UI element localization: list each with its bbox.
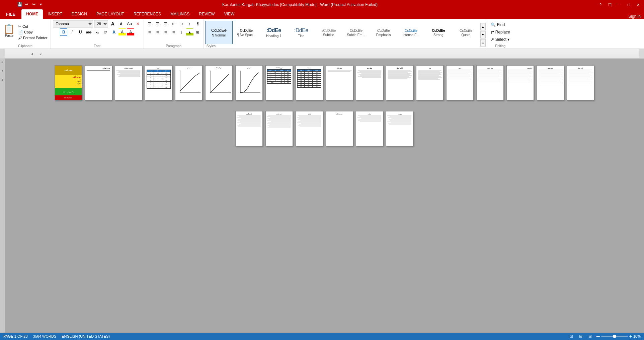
text-effects-button[interactable]: A xyxy=(110,28,117,36)
tab-insert[interactable]: INSERT xyxy=(43,9,67,19)
page-thumb-10[interactable]: فصل اول xyxy=(326,65,353,100)
page-thumb-19[interactable]: نتیجه‌گیری xyxy=(235,111,263,146)
page-thumb-18[interactable]: پایان فصل xyxy=(567,65,594,100)
font-color-button[interactable]: A xyxy=(127,28,134,36)
page-thumb-14[interactable]: ادامه xyxy=(446,65,474,100)
page-thumb-21[interactable]: خلاصه xyxy=(296,111,323,146)
tab-home[interactable]: HOME xyxy=(21,9,43,19)
page-thumb-22[interactable]: صفحه خالی xyxy=(326,111,353,146)
styles-scroll-down[interactable]: ▼ xyxy=(480,31,486,38)
numbering-button[interactable]: ☰ xyxy=(154,20,161,27)
sort-button[interactable]: ↕ xyxy=(186,20,193,27)
borders-button[interactable]: ⊞ xyxy=(194,28,202,36)
zoom-slider[interactable] xyxy=(601,336,628,337)
page-thumb-20[interactable]: ادامه نتیجه xyxy=(265,111,293,146)
style-normal[interactable]: CcDdEe ¶ Normal xyxy=(205,21,233,44)
align-center-button[interactable]: ≡ xyxy=(154,28,161,36)
document-scroll-area[interactable]: 2 4 6 تحقیق آنلاین مرجع دانلود پروژه ت xyxy=(0,59,644,340)
copy-button[interactable]: 📄 Copy xyxy=(17,29,49,35)
style-no-spacing[interactable]: CcDdEe ¶ No Spac... xyxy=(233,21,260,44)
align-left-button[interactable]: ≡ xyxy=(146,28,153,36)
select-button[interactable]: ↗ Select ▾ xyxy=(489,36,511,42)
show-marks-button[interactable]: ¶ xyxy=(194,20,202,27)
subscript-button[interactable]: x₂ xyxy=(93,28,101,36)
save-button[interactable]: 💾 xyxy=(17,1,23,7)
customize-qa-button[interactable]: ▾ xyxy=(38,1,44,7)
paste-button[interactable]: 📋 Paste xyxy=(2,24,16,40)
page-thumb-12[interactable]: ادامه فصل xyxy=(386,65,413,100)
justify-button[interactable]: ≡ xyxy=(170,28,177,36)
tab-file[interactable]: FILE xyxy=(0,9,21,19)
style-heading1[interactable]: :DdEe Heading 1 xyxy=(260,21,288,44)
restore-button[interactable]: ❐ xyxy=(607,2,613,7)
style-strong-name: Strong xyxy=(433,33,443,37)
print-layout-button[interactable]: ⊡ xyxy=(568,333,574,339)
change-case-button[interactable]: Aa xyxy=(126,20,133,27)
minimize-button[interactable]: ─ xyxy=(616,2,623,7)
page-thumb-11[interactable]: فصل دوم xyxy=(356,65,383,100)
shrink-font-button[interactable]: A xyxy=(117,20,125,27)
maximize-button[interactable]: □ xyxy=(625,2,632,7)
tab-design[interactable]: DESIGN xyxy=(67,9,92,19)
find-button[interactable]: 🔍 Find xyxy=(489,22,511,28)
tab-references[interactable]: REFERENCES xyxy=(129,9,166,19)
style-subtitle[interactable]: sCcDdEe Subtitle xyxy=(315,21,342,44)
shading-button[interactable]: ▲ xyxy=(186,28,193,36)
page-thumb-15[interactable]: متن ادامه xyxy=(476,65,504,100)
full-reading-button[interactable]: ⊟ xyxy=(578,333,584,339)
bullets-button[interactable]: ☰ xyxy=(146,20,153,27)
page-thumb-7[interactable]: نمودار xyxy=(235,65,263,100)
style-intense-em[interactable]: CcDdEe Intense E... xyxy=(397,21,425,44)
highlight-color-button[interactable]: A xyxy=(118,28,126,36)
page-thumb-16[interactable]: ادامه متن xyxy=(506,65,534,100)
strikethrough-button[interactable]: abc xyxy=(85,28,92,36)
underline-button[interactable]: U xyxy=(77,28,84,36)
line-spacing-button[interactable]: ↕ xyxy=(178,28,185,36)
page-thumb-23[interactable]: منابع xyxy=(356,111,383,146)
page-thumb-2[interactable]: بسمه تعالی xyxy=(85,65,112,100)
page-thumb-17[interactable]: فصل سوم xyxy=(537,65,564,100)
redo-button[interactable]: ↪ xyxy=(31,1,37,7)
align-right-button[interactable]: ≡ xyxy=(162,28,169,36)
zoom-in-button[interactable]: + xyxy=(629,334,632,339)
sign-in-link[interactable]: Sign in xyxy=(628,14,644,19)
page-thumb-6[interactable]: نمودار خط xyxy=(205,65,233,100)
page-thumb-24[interactable]: پیوست xyxy=(386,111,413,146)
tab-mailings[interactable]: MAILINGS xyxy=(166,9,194,19)
increase-indent-button[interactable]: ⇥ xyxy=(178,20,185,27)
cut-button[interactable]: ✂ Cut xyxy=(17,24,49,29)
italic-button[interactable]: I xyxy=(68,28,76,36)
styles-scroll-up[interactable]: ▲ xyxy=(480,23,486,30)
styles-expand[interactable]: ⊞ xyxy=(480,39,486,47)
replace-button[interactable]: ⇄ Replace xyxy=(489,29,511,35)
page-thumb-8[interactable]: جدول اطلاعات ردیفناممقداردرصد 1الف12015%… xyxy=(265,65,293,100)
style-quote[interactable]: CcDdEe Quote xyxy=(452,21,480,44)
format-painter-button[interactable]: 🖌 Format Painter xyxy=(17,35,49,40)
style-emphasis[interactable]: CcDdEe Emphasis xyxy=(370,21,397,44)
page-thumb-1[interactable]: تحقیق آنلاین مرجع دانلود پروژه تحقیق پاو… xyxy=(55,65,82,100)
multilevel-button[interactable]: ☰ xyxy=(162,20,169,27)
font-name-select[interactable]: Tahoma xyxy=(53,20,93,27)
clear-formatting-button[interactable]: ✕ xyxy=(134,20,142,27)
tab-view[interactable]: VIEW xyxy=(220,9,239,19)
decrease-indent-button[interactable]: ⇤ xyxy=(170,20,177,27)
font-size-select[interactable]: 28 xyxy=(94,20,108,27)
page-thumb-9[interactable]: داده‌ها سالتولیدفروش 1390500450 13915204… xyxy=(296,65,323,100)
tab-review[interactable]: REVIEW xyxy=(194,9,219,19)
page-thumb-13[interactable]: متن xyxy=(416,65,444,100)
zoom-out-button[interactable]: ─ xyxy=(596,334,600,339)
bold-button[interactable]: B xyxy=(60,28,67,36)
page-thumb-4[interactable]: جدول ردیفعنوانمقدار 1الف100 2ب200 3ج150 … xyxy=(145,65,172,100)
style-subtle-em[interactable]: CcDdEe Subtle Em... xyxy=(342,21,370,44)
help-button[interactable]: ? xyxy=(597,2,604,7)
close-button[interactable]: ✕ xyxy=(635,2,641,7)
undo-button[interactable]: ↩ xyxy=(24,1,30,7)
grow-font-button[interactable]: A xyxy=(109,20,116,27)
web-layout-button[interactable]: ⊞ xyxy=(587,333,593,339)
style-title[interactable]: :DdEe Title xyxy=(288,21,315,44)
superscript-button[interactable]: x² xyxy=(102,28,109,36)
page-thumb-5[interactable]: نمودار xyxy=(175,65,203,100)
style-strong[interactable]: CcDdEe Strong xyxy=(425,21,452,44)
page-thumb-3[interactable]: فهرست مطالب xyxy=(115,65,142,100)
tab-page-layout[interactable]: PAGE LAYOUT xyxy=(92,9,129,19)
